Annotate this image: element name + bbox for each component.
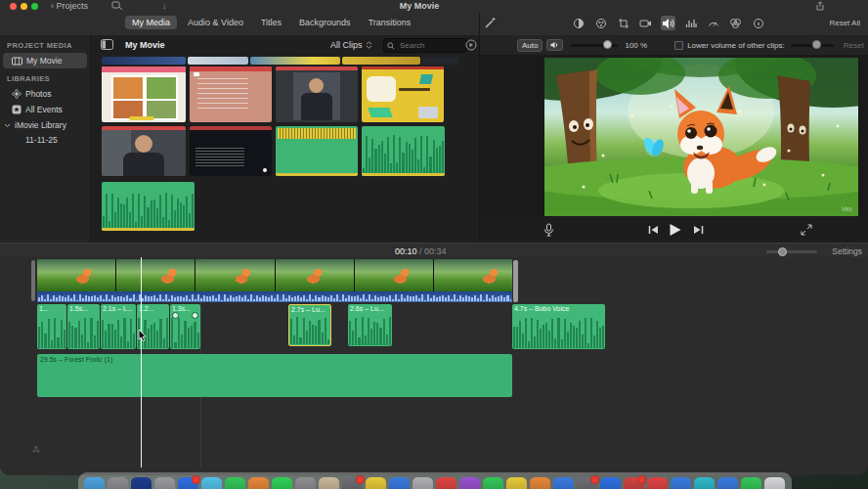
zoom-window-icon[interactable] <box>31 3 38 10</box>
audio-clip[interactable]: 2.1s – L... <box>101 304 136 349</box>
dock-app-icon[interactable] <box>131 477 152 489</box>
video-audio-waveform[interactable] <box>37 291 512 302</box>
close-window-icon[interactable] <box>10 3 17 10</box>
audio-clip[interactable]: 4.7s – Bobo Voice <box>512 304 605 349</box>
dock-app-icon[interactable] <box>624 477 644 489</box>
tab-my-media[interactable]: My Media <box>125 16 177 29</box>
media-thumbnail[interactable] <box>188 57 248 65</box>
media-thumbnail[interactable] <box>102 182 195 231</box>
dock-app-icon[interactable] <box>108 477 128 489</box>
dock-app-icon[interactable] <box>225 477 245 489</box>
dock-app-icon[interactable] <box>741 477 761 489</box>
voiceover-mic-icon[interactable] <box>543 223 554 237</box>
back-to-projects-button[interactable]: ‹ Projects <box>51 1 88 11</box>
playhead[interactable] <box>141 257 142 467</box>
sidebar-item-all-events[interactable]: All Events <box>0 102 90 117</box>
audio-clip[interactable]: 2.6s – Lu... <box>348 304 392 346</box>
crop-icon[interactable] <box>616 16 630 30</box>
play-button[interactable] <box>669 223 681 237</box>
sidebar-item-imovie-library[interactable]: iMovie Library <box>0 117 90 133</box>
timeline-settings-button[interactable]: Settings <box>832 246 862 256</box>
fade-handle[interactable] <box>192 312 198 319</box>
search-input[interactable] <box>398 40 460 51</box>
media-thumbnail[interactable] <box>102 126 186 176</box>
dock-app-icon[interactable] <box>154 477 175 489</box>
color-balance-icon[interactable] <box>571 16 586 30</box>
clips-filter-dropdown[interactable]: All Clips <box>330 40 372 50</box>
tab-backgrounds[interactable]: Backgrounds <box>292 16 358 29</box>
dock-app-icon[interactable] <box>459 477 480 489</box>
lower-volume-slider[interactable] <box>791 44 834 47</box>
clip-info-icon[interactable] <box>751 16 765 30</box>
noise-reduction-icon[interactable] <box>683 16 698 30</box>
audio-clip[interactable]: 1.5s... <box>67 304 100 349</box>
volume-reset-button[interactable]: Reset <box>844 41 864 50</box>
media-thumbnail[interactable] <box>276 67 358 122</box>
tab-transitions[interactable]: Transitions <box>362 16 418 29</box>
media-thumbnail[interactable] <box>276 126 358 176</box>
dock-app-icon[interactable] <box>647 477 668 489</box>
dock-app-icon[interactable] <box>272 477 292 489</box>
fullscreen-icon[interactable] <box>801 224 812 236</box>
dock-app-icon[interactable] <box>483 477 503 489</box>
lower-volume-checkbox[interactable] <box>674 41 683 50</box>
clip-trim-handle-right[interactable] <box>513 260 518 302</box>
volume-icon[interactable] <box>661 16 675 30</box>
tab-audio-video[interactable]: Audio & Video <box>181 16 250 29</box>
audio-clip[interactable]: 1.3s... <box>170 304 200 349</box>
media-thumbnail[interactable] <box>102 67 186 122</box>
media-thumbnail[interactable] <box>362 67 444 122</box>
download-icon[interactable]: ↓ <box>162 1 167 11</box>
dock-app-icon[interactable] <box>342 477 363 489</box>
dock-app-icon[interactable] <box>764 477 785 489</box>
dock-app-icon[interactable] <box>717 477 738 489</box>
dock-app-icon[interactable] <box>319 477 339 489</box>
dock-app-icon[interactable] <box>553 477 574 489</box>
fade-handle[interactable] <box>172 312 179 319</box>
media-thumbnail[interactable] <box>102 57 186 65</box>
minimize-window-icon[interactable] <box>21 3 27 10</box>
search-field[interactable] <box>383 38 467 53</box>
dock-app-icon[interactable] <box>671 477 691 489</box>
sidebar-item-event-date[interactable]: 11-11-25 <box>0 133 90 147</box>
enhance-wand-icon[interactable] <box>484 17 497 29</box>
auto-volume-button[interactable]: Auto <box>517 39 542 52</box>
media-thumbnail[interactable] <box>250 57 340 65</box>
dock-app-icon[interactable] <box>412 477 433 489</box>
color-correction-icon[interactable] <box>593 16 608 30</box>
dock-app-icon[interactable] <box>295 477 316 489</box>
video-clip-filmstrip[interactable] <box>37 259 512 291</box>
tab-titles[interactable]: Titles <box>254 16 288 29</box>
dock-app-icon[interactable] <box>600 477 621 489</box>
sidebar-item-my-movie[interactable]: My Movie <box>3 53 87 68</box>
dock-app-icon[interactable] <box>201 477 222 489</box>
media-thumbnail[interactable] <box>342 57 420 65</box>
clip-trim-handle-left[interactable] <box>31 260 35 301</box>
media-thumbnail[interactable] <box>190 67 272 122</box>
timeline-zoom-slider[interactable] <box>766 250 817 253</box>
dock-app-icon[interactable] <box>694 477 715 489</box>
mute-button[interactable] <box>546 39 563 51</box>
speed-icon[interactable] <box>706 16 720 30</box>
dock-app-icon[interactable] <box>577 477 597 489</box>
dock-app-icon[interactable] <box>436 477 456 489</box>
background-music-clip[interactable]: 29.5s – Forest Frolic (1) <box>37 354 512 397</box>
dock-app-icon[interactable] <box>389 477 410 489</box>
previous-frame-icon[interactable] <box>648 225 659 235</box>
audio-clip-selected[interactable]: 2.7s – Lu... <box>288 304 331 346</box>
share-icon[interactable] <box>815 1 825 11</box>
audio-clip[interactable]: 1... <box>37 304 66 349</box>
dock-app-icon[interactable] <box>178 477 198 489</box>
sidebar-item-photos[interactable]: Photos <box>0 86 90 102</box>
dock-app-icon[interactable] <box>506 477 527 489</box>
dock-app-icon[interactable] <box>366 477 386 489</box>
toggle-sidebar-icon[interactable] <box>101 39 113 50</box>
media-thumbnail[interactable] <box>422 57 459 65</box>
media-thumbnail[interactable] <box>362 126 445 176</box>
import-media-icon[interactable] <box>111 1 122 11</box>
media-thumbnail[interactable] <box>190 126 272 176</box>
volume-slider[interactable] <box>571 44 618 47</box>
dock-app-icon[interactable] <box>530 477 550 489</box>
stabilization-icon[interactable] <box>638 16 653 30</box>
clip-filter-icon[interactable] <box>728 16 743 30</box>
